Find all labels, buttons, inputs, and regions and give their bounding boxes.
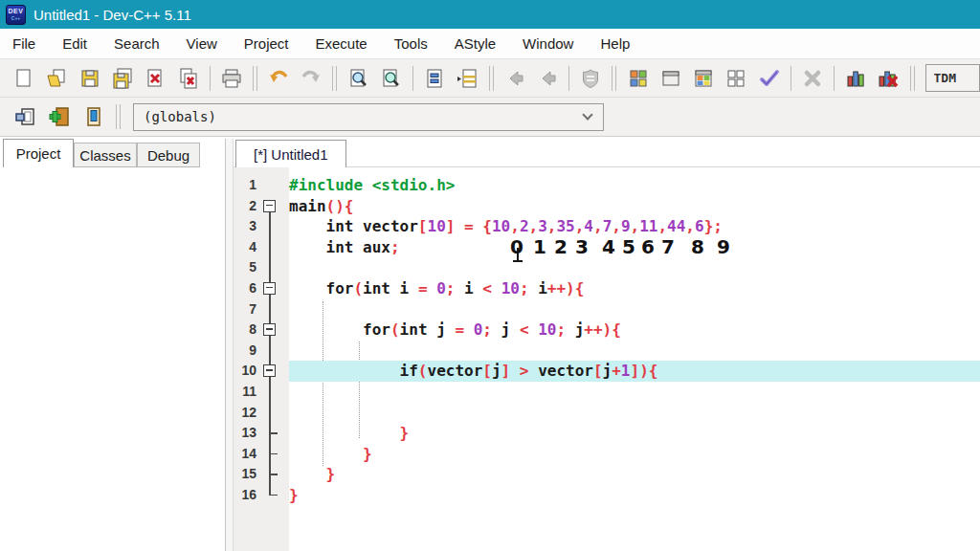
menu-file[interactable]: File: [2, 31, 46, 56]
code-line-11: 11: [234, 382, 980, 403]
syntax-shield-button[interactable]: [574, 62, 607, 95]
project-explorer-panel: ProjectClassesDebug: [0, 139, 226, 551]
code-text: [289, 403, 980, 424]
line-number: 15: [234, 464, 256, 485]
close-all-button[interactable]: [171, 62, 204, 95]
panel-splitter[interactable]: [226, 139, 234, 551]
compile-run-button[interactable]: [687, 62, 720, 95]
menu-edit[interactable]: Edit: [52, 31, 98, 56]
menu-window[interactable]: Window: [512, 31, 584, 56]
redo-button[interactable]: [295, 62, 327, 95]
goto-line-button[interactable]: [451, 62, 483, 95]
jump-to-member-button[interactable]: [77, 100, 111, 133]
goto-function-button[interactable]: [418, 62, 451, 95]
menu-astyle[interactable]: AStyle: [444, 31, 506, 56]
replace-button[interactable]: [375, 62, 408, 95]
compile-button[interactable]: [621, 62, 654, 95]
new-file-button[interactable]: [8, 62, 40, 95]
open-file-button[interactable]: [40, 62, 73, 95]
menu-view[interactable]: View: [176, 31, 228, 56]
add-to-project-button[interactable]: [42, 100, 77, 133]
code-line-1: 1#include <stdio.h>: [234, 175, 980, 196]
code-text: [289, 299, 980, 320]
code-editor[interactable]: 1#include <stdio.h>2main(){3 int vector[…: [234, 167, 980, 551]
fold-margin: [256, 257, 289, 278]
line-number: 8: [234, 320, 256, 341]
compiler-select-value: TDM: [934, 71, 956, 85]
code-text: [289, 257, 980, 278]
compiler-select[interactable]: TDM: [925, 64, 980, 92]
tab-project[interactable]: Project: [3, 139, 74, 167]
index-digit: 4: [602, 235, 615, 258]
menu-search[interactable]: Search: [103, 31, 170, 56]
code-line-3: 3 int vector[10] = {10,2,3,35,4,7,9,11,4…: [234, 216, 980, 237]
line-number: 10: [234, 361, 256, 382]
line-number: 13: [234, 423, 256, 444]
menu-project[interactable]: Project: [234, 31, 300, 56]
menu-execute[interactable]: Execute: [305, 31, 378, 56]
editor-tab-untitled1[interactable]: [*] Untitled1: [235, 140, 346, 167]
print-button[interactable]: [215, 62, 248, 95]
syntax-shield-icon: [579, 67, 602, 90]
toolbar-separator: [412, 66, 413, 91]
explorer-panel-body[interactable]: [0, 167, 225, 551]
toolbar-separator: [116, 104, 121, 129]
main-area: ProjectClassesDebug [*] Untitled1 1#incl…: [0, 137, 980, 551]
line-number: 9: [234, 341, 256, 362]
chevron-down-icon: [582, 109, 592, 120]
undo-button[interactable]: [262, 62, 295, 95]
back-button[interactable]: [499, 62, 531, 95]
close-file-icon: [144, 67, 167, 90]
devcpp-window: DEV C++ Untitled1 - Dev-C++ 5.11 FileEdi…: [0, 0, 980, 551]
fold-toggle-icon[interactable]: [263, 364, 276, 377]
index-digit: 2: [554, 235, 568, 258]
scope-select-value: (globals): [144, 109, 216, 124]
editor-pane: [*] Untitled1 1#include <stdio.h>2main()…: [234, 139, 980, 551]
save-all-button[interactable]: [106, 62, 139, 95]
toolbar-separator: [568, 66, 569, 91]
line-number: 16: [234, 485, 256, 506]
fold-toggle-icon[interactable]: [263, 282, 276, 295]
fold-toggle-icon[interactable]: [263, 200, 276, 212]
goto-line-icon: [456, 67, 479, 90]
menu-help[interactable]: Help: [590, 31, 640, 56]
rebuild-all-icon: [724, 67, 747, 90]
goto-declaration-button[interactable]: [8, 100, 42, 133]
index-digit: 3: [575, 235, 589, 258]
fold-margin: [256, 320, 289, 341]
fold-toggle-icon[interactable]: [263, 323, 276, 336]
syntax-check-button[interactable]: [752, 62, 785, 95]
tab-classes[interactable]: Classes: [74, 143, 137, 167]
undo-icon: [267, 67, 290, 90]
code-text: if(vector[j] > vector[j+1]){: [289, 361, 980, 382]
toolbar-separator: [834, 66, 835, 91]
run-icon: [659, 67, 682, 90]
save-button[interactable]: [74, 62, 106, 95]
code-line-13: 13 }: [234, 423, 980, 444]
code-line-6: 6 for(int i = 0; i < 10; i++){: [234, 278, 980, 299]
code-text: for(int j = 0; j < 10; j++){: [289, 320, 980, 341]
abort-button[interactable]: [796, 62, 829, 95]
close-file-button[interactable]: [139, 62, 171, 95]
line-number: 3: [234, 216, 256, 237]
fold-margin: [256, 278, 289, 299]
goto-declaration-icon: [13, 105, 36, 128]
fold-margin: [256, 299, 289, 320]
find-button[interactable]: [342, 62, 374, 95]
text-cursor-icon: [513, 260, 523, 262]
forward-button[interactable]: [531, 62, 564, 95]
profile-button[interactable]: [839, 62, 872, 95]
line-number: 7: [234, 299, 256, 320]
menu-tools[interactable]: Tools: [384, 31, 438, 56]
profile-delete-button[interactable]: [872, 62, 904, 95]
toolbar-separator: [210, 66, 211, 91]
scope-select[interactable]: (globals): [133, 103, 604, 131]
back-icon: [503, 67, 526, 90]
line-number: 14: [234, 444, 256, 465]
rebuild-all-button[interactable]: [720, 62, 752, 95]
code-line-5: 5: [234, 257, 980, 278]
run-button[interactable]: [655, 62, 687, 95]
fold-tick: [269, 453, 278, 455]
tab-debug[interactable]: Debug: [137, 143, 200, 167]
fold-margin: [256, 237, 289, 258]
